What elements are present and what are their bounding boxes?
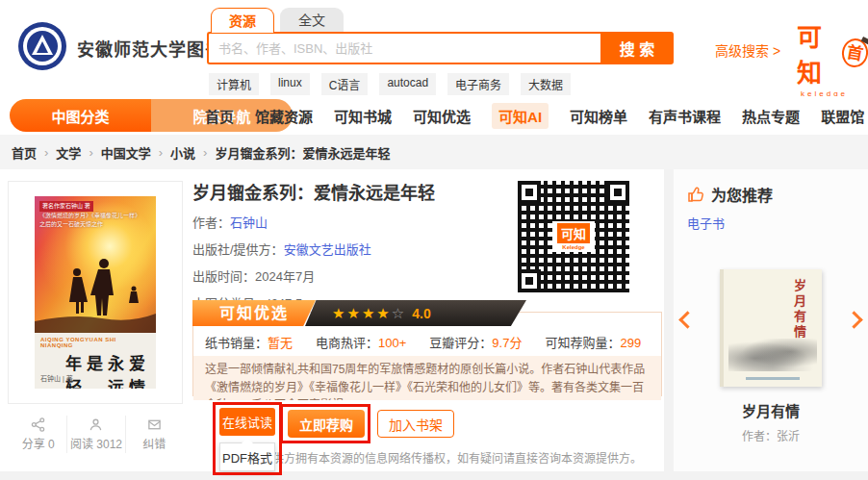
nav-category-button[interactable]: 中图分类 [10,99,151,132]
pubdate-label: 出版时间： [192,269,255,284]
publisher-link[interactable]: 安徽文艺出版社 [284,242,371,257]
nav-item-audiobook[interactable]: 有声书课程 [649,106,721,126]
hot-keyword[interactable]: C语言 [321,73,369,95]
cover-landscape-art [728,339,817,371]
breadcrumb-separator: › [203,145,207,160]
share-label: 分享 0 [22,435,55,451]
stat-label: 纸书销量： [205,336,268,350]
star-rating: ★★★★ ☆ 4.0 [305,300,526,326]
recommended-book-title[interactable]: 岁月有情 [674,400,868,420]
breadcrumb-separator: › [159,145,163,160]
cover-title-line1: 年是永爱 [40,350,150,374]
qr-code: 可知 Keledge [512,175,635,298]
stars-filled-icon: ★★★★ [332,305,392,322]
breadcrumb-chinese-literature[interactable]: 中国文学 [101,143,151,162]
breadcrumb-literature[interactable]: 文学 [56,143,81,162]
cover-title-band: AIQING YONGYUAN SHI NIANQING 年是永爱 轻 远情 石… [35,333,156,389]
reads-label: 阅读 3012 [70,435,122,451]
breadcrumb: 首页 › 文学 › 中国文学 › 小说 › 岁月镏金系列：爱情永远是年轻 [0,135,868,169]
cover-pinyin: AIQING YONGYUAN SHI NIANQING [40,337,150,348]
qr-finder-icon [606,181,629,204]
carousel-next-icon[interactable] [845,311,862,328]
nav-item-bookstore[interactable]: 可知书城 [334,106,392,126]
brand-name: 可知 [797,17,840,88]
qr-finder-icon [518,269,541,292]
stat-value: 9.7分 [492,336,522,350]
stats-row: 纸书销量：暂无 电商热评：100+ 豆瓣评分：9.7分 可知荐购量：299 [193,329,661,356]
keledge-logo[interactable]: 可知 首 keledge [797,17,868,98]
search-input[interactable] [207,32,600,64]
mail-icon [147,417,162,432]
hot-keyword[interactable]: 计算机 [209,73,259,95]
hot-keyword[interactable]: 大数据 [521,73,571,95]
nav-item-collection[interactable]: 馆藏资源 [255,106,313,126]
breadcrumb-novel[interactable]: 小说 [170,143,195,162]
book-cover-card: 著名作家石钟山 著 《激情燃烧的岁月》《幸福像花儿一样》 之后的又一石破天惊之作… [8,181,183,404]
add-to-shelf-button[interactable]: 加入书架 [377,410,454,438]
nav-items: 首页 馆藏资源 可知书城 可知优选 可知AI 可知榜单 有声书课程 热点专题 联… [205,96,868,135]
reader-icon [89,417,103,432]
search-tabs: 资源 全文 [211,8,674,33]
error-report-button[interactable]: 纠错 [126,416,183,453]
hot-keywords: 计算机 linux C语言 autocad 电子商务 大数据 [209,73,674,95]
book-detail-panel: 著名作家石钟山 著 《激情燃烧的岁月》《幸福像花儿一样》 之后的又一石破天惊之作… [0,169,664,471]
search-button[interactable]: 搜 索 [600,32,674,64]
rating-box: 可知优选 ★★★★ ☆ 4.0 纸书销量：暂无 电商热评：100+ 豆瓣评分：9… [192,312,662,396]
tab-resource[interactable]: 资源 [211,8,274,33]
stat-value: 暂无 [268,336,293,350]
recommend-button[interactable]: 立即荐购 [288,410,365,438]
breadcrumb-separator: › [89,145,92,160]
nav-item-preferred[interactable]: 可知优选 [413,106,471,126]
read-online-button[interactable]: 在线试读 [219,408,275,436]
recommended-cover-title: 岁月有情 [790,279,808,341]
cover-tagline: 著名作家石钟山 著 《激情燃烧的岁月》《幸福像花儿一样》 之后的又一石破天惊之作 [39,201,151,229]
header: 安徽师范大学图书馆 资源 全文 搜 索 计算机 linux C语言 autoca… [0,0,868,96]
hot-keyword[interactable]: 电子商务 [447,73,509,95]
correct-label: 纠错 [142,435,166,451]
copyright-disclaimer: 供方拥有本资源的信息网络传播权，如有疑问请直接咨询本资源提供方。 [272,449,657,466]
star-empty-icon: ☆ [392,305,404,322]
hot-keyword[interactable]: linux [270,73,310,95]
nav-item-ranking[interactable]: 可知榜单 [570,106,627,126]
share-button[interactable]: 分享 0 [10,416,67,453]
breadcrumb-current: 岁月镏金系列：爱情永远是年轻 [215,143,390,162]
book-cover-image[interactable]: 著名作家石钟山 著 《激情燃烧的岁月》《幸福像花儿一样》 之后的又一石破天惊之作… [35,196,156,389]
stat-label: 电商热评： [316,336,378,350]
author-label: 作者： [192,215,230,230]
navbar: 中图分类 院系导航 首页 馆藏资源 可知书城 可知优选 可知AI 可知榜单 有声… [0,96,868,135]
hot-keyword[interactable]: autocad [379,73,436,95]
reads-counter: 阅读 3012 [67,416,125,453]
nav-item-alliance[interactable]: 联盟馆 [821,106,864,126]
cover-silhouette-art [35,248,156,335]
share-icon [31,417,45,432]
stat-label: 可知荐购量： [545,336,620,350]
recommend-sidebar: 为您推荐 电子书 岁月有情 岁月有情 作者：张沂 [674,169,868,471]
nav-item-ai[interactable]: 可知AI [492,103,549,129]
library-emblem-icon [17,21,67,75]
nav-item-home[interactable]: 首页 [205,106,234,126]
thumbs-up-icon [687,186,704,203]
publisher-label: 出版社/提供方： [192,242,284,257]
preferred-banner-label: 可知优选 [192,300,316,326]
stat-value: 299 [620,336,641,350]
recommended-book-author: 作者：张沂 [674,427,868,443]
search-block: 资源 全文 搜 索 计算机 linux C语言 autocad 电子商务 大数据 [207,8,674,95]
breadcrumb-home[interactable]: 首页 [12,143,37,162]
preferred-banner: 可知优选 ★★★★ ☆ 4.0 [192,300,526,326]
qr-center-logo: 可知 Keledge [552,221,595,252]
qr-pattern: 可知 Keledge [518,181,629,292]
cover-author: 石钟山 | 著 [40,373,73,383]
carousel-prev-icon[interactable] [678,311,696,328]
advanced-search-link[interactable]: 高级搜索 > [715,40,780,60]
brand-cap-icon: 首 [840,37,868,69]
author-link[interactable]: 石钟山 [230,215,268,230]
pdf-format-option[interactable]: PDF格式 [219,442,275,471]
sidebar-ebook-link[interactable]: 电子书 [687,214,725,232]
tab-fulltext[interactable]: 全文 [280,8,344,33]
pubdate-value: 2024年7月 [255,269,315,284]
nav-item-topics[interactable]: 热点专题 [742,106,800,126]
stat-value: 100+ [378,336,406,350]
recommended-book-cover[interactable]: 岁月有情 [720,269,822,387]
book-description: 这是一部倾情献礼共和国75周年的军旅情感题材的原创长篇小说。作者石钟山代表作品《… [193,356,661,400]
breadcrumb-separator: › [44,145,48,160]
